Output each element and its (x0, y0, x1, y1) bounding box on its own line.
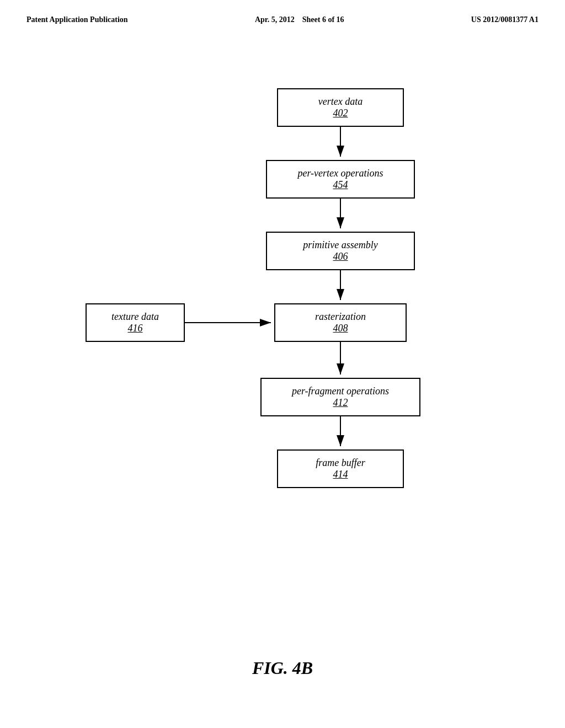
box-per-vertex-number: 454 (333, 179, 348, 191)
page-header: Patent Application Publication Apr. 5, 2… (0, 0, 565, 24)
box-primitive-assembly: primitive assembly 406 (266, 232, 415, 270)
box-rasterization-label: rasterization (315, 311, 366, 323)
box-per-fragment-number: 412 (333, 397, 348, 409)
box-vertex-data: vertex data 402 (277, 88, 404, 127)
header-publication-label: Patent Application Publication (26, 15, 128, 24)
box-frame-buffer-label: frame buffer (316, 457, 365, 469)
box-primitive-number: 406 (333, 251, 348, 263)
box-frame-buffer: frame buffer 414 (277, 449, 404, 488)
box-texture-data-label: texture data (111, 311, 159, 323)
box-per-fragment-label: per-fragment operations (292, 386, 389, 397)
box-primitive-label: primitive assembly (303, 239, 377, 251)
box-vertex-data-number: 402 (333, 108, 348, 119)
box-per-vertex-label: per-vertex operations (297, 168, 383, 179)
box-rasterization-number: 408 (333, 323, 348, 334)
header-date-sheet: Apr. 5, 2012 Sheet 6 of 16 (255, 15, 344, 24)
header-sheet: Sheet 6 of 16 (302, 15, 344, 24)
box-texture-data-number: 416 (128, 323, 143, 334)
diagram-container: vertex data 402 per-vertex operations 45… (0, 77, 565, 574)
box-vertex-data-label: vertex data (318, 96, 363, 108)
header-date: Apr. 5, 2012 (255, 15, 295, 24)
box-texture-data: texture data 416 (86, 303, 185, 342)
box-per-fragment-operations: per-fragment operations 412 (260, 378, 420, 416)
box-rasterization: rasterization 408 (274, 303, 407, 342)
box-per-vertex-operations: per-vertex operations 454 (266, 160, 415, 199)
figure-label: FIG. 4B (0, 658, 565, 678)
header-patent-number: US 2012/0081377 A1 (471, 15, 539, 24)
box-frame-buffer-number: 414 (333, 469, 348, 480)
